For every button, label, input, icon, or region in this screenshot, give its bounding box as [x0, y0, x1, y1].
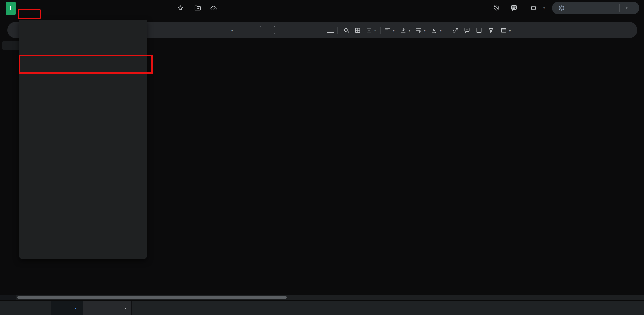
toolbar-divider: [240, 27, 240, 34]
text-rotation-dropdown-icon[interactable]: ▾: [440, 29, 442, 32]
text-rotation-icon[interactable]: [431, 27, 437, 34]
toolbar-overflow-arrow[interactable]: [148, 27, 152, 34]
all-sheets-button[interactable]: [34, 304, 42, 312]
comments-icon[interactable]: [510, 4, 518, 12]
toolbar-divider: [202, 27, 202, 34]
insert-chart-icon[interactable]: [476, 27, 482, 34]
table-views-dropdown-icon[interactable]: ▾: [509, 29, 511, 32]
collapse-toolbar-icon[interactable]: [632, 27, 639, 34]
toolbar-divider: [447, 27, 447, 34]
share-button-divider: [619, 4, 620, 12]
font-family-dropdown-icon[interactable]: ▾: [231, 29, 233, 32]
video-call-icon[interactable]: [531, 4, 538, 12]
insert-comment-icon[interactable]: [464, 27, 470, 34]
number-format-button[interactable]: [189, 27, 199, 34]
increase-font-size-button[interactable]: [278, 27, 284, 34]
toolbar-divider: [288, 27, 288, 34]
toolbar-divider: [380, 27, 381, 34]
decrease-decimal-button[interactable]: [165, 27, 174, 34]
toolbar-divider: [337, 27, 338, 34]
insert-link-icon[interactable]: [452, 27, 459, 34]
fill-color-icon[interactable]: [343, 27, 350, 34]
create-filter-icon[interactable]: [488, 27, 494, 34]
text-color-button[interactable]: [327, 27, 334, 33]
annotation-box-kopie-erstellen: [19, 55, 153, 74]
decrease-font-size-button[interactable]: [246, 27, 252, 34]
bold-button[interactable]: [293, 27, 300, 34]
functions-button[interactable]: [517, 27, 524, 34]
video-call-dropdown-icon[interactable]: ▾: [543, 7, 545, 10]
borders-icon[interactable]: [354, 27, 361, 34]
tab-maus-dropdown-icon[interactable]: ▾: [75, 307, 77, 310]
menu-bar: [0, 10, 335, 19]
tab-preferences[interactable]: ▾: [83, 301, 132, 315]
merge-cells-icon[interactable]: [366, 27, 372, 34]
vertical-align-icon[interactable]: [400, 27, 407, 34]
vertical-align-dropdown-icon[interactable]: ▾: [409, 29, 410, 32]
share-dropdown-icon[interactable]: ▾: [626, 7, 628, 10]
merge-cells-dropdown-icon[interactable]: ▾: [374, 29, 376, 32]
horizontal-align-icon[interactable]: [384, 27, 391, 34]
increase-decimal-button[interactable]: [176, 27, 186, 34]
annotation-box-datei: [18, 9, 41, 19]
sheet-tab-bar: ▾ ▾: [0, 300, 644, 315]
tab-maus[interactable]: ▾: [51, 301, 83, 315]
font-size-input[interactable]: [260, 26, 275, 34]
text-wrap-dropdown-icon[interactable]: ▾: [424, 29, 426, 32]
format-percent-button[interactable]: [155, 27, 162, 34]
font-family-select[interactable]: [207, 27, 227, 34]
horizontal-align-dropdown-icon[interactable]: ▾: [393, 29, 395, 32]
text-wrap-icon[interactable]: [415, 27, 422, 34]
globe-icon: [558, 5, 565, 11]
add-sheet-button[interactable]: [18, 304, 26, 312]
strikethrough-button[interactable]: [316, 27, 323, 34]
tab-preferences-dropdown-icon[interactable]: ▾: [125, 307, 126, 310]
italic-button[interactable]: [305, 27, 311, 34]
version-history-icon[interactable]: [493, 4, 500, 12]
table-views-icon[interactable]: [500, 27, 507, 34]
share-button[interactable]: ▾: [552, 2, 639, 14]
title-bar: ▾ ▾: [0, 0, 644, 20]
